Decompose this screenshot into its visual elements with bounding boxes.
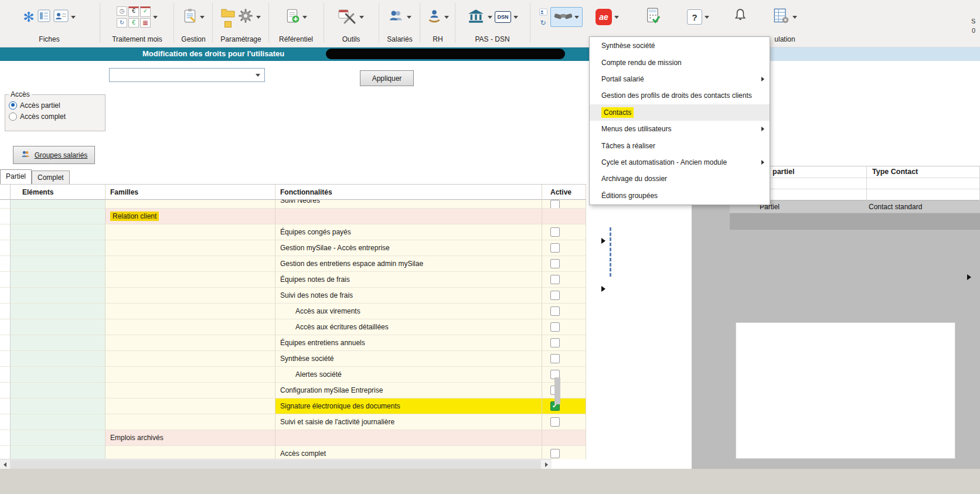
menu-item[interactable]: Éditions groupées (590, 188, 770, 204)
table-row[interactable]: Accès aux virements (0, 304, 586, 319)
table-row[interactable]: Accès complet (0, 446, 586, 459)
table-row[interactable]: Gestion des entretiens espace admin mySi… (0, 256, 586, 272)
dsn-icon[interactable]: DSN (495, 11, 511, 23)
snowflake-icon[interactable]: ✻ (23, 11, 34, 24)
clipboard-icon[interactable] (182, 8, 198, 26)
help-dropdown-arrow[interactable] (705, 16, 709, 19)
calculator-check-icon[interactable] (645, 8, 661, 26)
fiches-dropdown-arrow[interactable] (71, 16, 76, 19)
menu-item[interactable]: Synthèse société (590, 38, 770, 54)
calendar-check-icon[interactable]: ✓ (140, 6, 151, 17)
pas-dropdown-arrow[interactable] (488, 16, 492, 19)
contacts-menu-button[interactable] (550, 7, 583, 27)
table-row[interactable]: Suivi des notes de frais (0, 288, 586, 304)
active-checkbox[interactable] (550, 275, 560, 284)
table-row[interactable]: Emplois archivés (0, 430, 586, 446)
table-row[interactable]: Équipes congés payés (0, 224, 586, 240)
table-row[interactable]: Accès aux écritures détaillées (0, 319, 586, 335)
table-row[interactable]: Alertes société (0, 367, 586, 383)
active-checkbox[interactable] (550, 449, 560, 458)
euro-sync-icon[interactable]: € (128, 18, 139, 28)
user-combobox[interactable] (109, 68, 265, 82)
outils-dropdown-arrow[interactable] (359, 16, 364, 19)
table-row[interactable]: Équipes entretiens annuels (0, 335, 586, 351)
calendar-tools-icon[interactable] (338, 7, 357, 27)
gestion-dropdown-arrow[interactable] (200, 16, 205, 19)
table-row[interactable]: Gestion mySilae - Accès entreprise (0, 240, 586, 256)
table-row[interactable]: Équipes notes de frais (0, 272, 586, 288)
employee-sync-icon[interactable]: ↻ (117, 18, 127, 28)
access-option-row[interactable]: Accès partiel (9, 100, 101, 111)
expand-arrow-icon[interactable] (601, 286, 605, 292)
menu-item[interactable]: Contacts (590, 104, 770, 121)
apply-button[interactable]: Appliquer (360, 70, 414, 86)
active-checkbox[interactable] (550, 338, 560, 347)
active-checkbox[interactable] (550, 259, 560, 268)
row-selector-cell (0, 319, 11, 335)
menu-item[interactable]: Tâches à réaliser (590, 137, 770, 154)
bank-icon[interactable] (467, 8, 485, 26)
active-checkbox[interactable] (550, 227, 560, 237)
calendar-euro-icon[interactable]: € (128, 6, 139, 17)
menu-item[interactable]: Gestion des profils de droits des contac… (590, 87, 770, 104)
referentiel-dropdown-arrow[interactable] (302, 16, 307, 19)
active-checkbox[interactable] (550, 354, 560, 363)
scroll-right-button[interactable] (542, 459, 552, 469)
contact-sync-icon[interactable]: ↻ (540, 19, 546, 26)
tab[interactable]: Complet (32, 171, 70, 184)
groupes-salaries-button[interactable]: Groupes salariés (13, 146, 95, 164)
menu-item[interactable]: Archivage du dossier (590, 171, 770, 187)
calendar-grid-icon[interactable]: ▦ (140, 18, 151, 28)
company-card-icon[interactable] (37, 9, 51, 25)
radio-icon[interactable] (9, 101, 17, 110)
employees-icon[interactable] (388, 8, 404, 26)
table-row[interactable]: Synthèse société (0, 351, 586, 367)
table-row[interactable]: Suivi et saisie de l'activité journalièr… (0, 414, 586, 430)
simulation-dropdown-arrow[interactable] (792, 16, 797, 19)
mysilae-dropdown-arrow[interactable] (614, 16, 619, 19)
horizontal-scrollbar[interactable] (0, 459, 552, 469)
expand-arrow-icon[interactable] (967, 274, 971, 280)
active-checkbox[interactable] (550, 322, 560, 332)
salaries-dropdown-arrow[interactable] (407, 16, 411, 19)
parametrage-dropdown-arrow[interactable] (256, 16, 261, 19)
document-add-icon[interactable] (285, 8, 300, 26)
access-option-row[interactable]: Accès complet (9, 111, 101, 122)
menu-item[interactable]: Compte rendu de mission (590, 54, 770, 70)
bell-icon[interactable] (733, 8, 748, 26)
table-row[interactable]: Relation client (0, 209, 586, 224)
rh-dropdown-arrow[interactable] (444, 16, 449, 19)
row-selector-cell (0, 256, 11, 272)
menu-item[interactable]: Portail salarié (590, 71, 770, 87)
folder-badge-icon[interactable] (224, 21, 232, 28)
simulation-sheet-icon[interactable] (773, 8, 790, 26)
clock-calendar-icon[interactable]: ◷ (117, 6, 127, 16)
panel-splitter-handle[interactable] (610, 227, 611, 277)
menu-item[interactable]: Menus des utilisateurs (590, 121, 770, 137)
active-checkbox[interactable] (550, 417, 560, 427)
person-hand-icon[interactable] (427, 8, 442, 26)
radio-icon[interactable] (9, 113, 17, 121)
fonctionnalite-label: Gestion des entretiens espace admin mySi… (280, 260, 423, 268)
scroll-left-button[interactable] (0, 459, 10, 469)
active-checkbox[interactable] (550, 243, 560, 253)
help-icon[interactable]: ? (687, 9, 702, 25)
horizontal-scrollbar-thumb[interactable] (10, 460, 541, 469)
expand-arrow-icon[interactable] (601, 238, 605, 244)
tab[interactable]: Partiel (0, 169, 32, 184)
active-checkbox[interactable] (550, 306, 560, 316)
mysilae-icon[interactable]: ae (596, 9, 612, 25)
contact-card-icon[interactable] (539, 8, 548, 18)
person-card-icon[interactable] (53, 9, 69, 25)
active-checkbox[interactable] (550, 200, 560, 209)
folder-icon[interactable] (221, 7, 235, 20)
dsn-dropdown-arrow[interactable] (513, 16, 518, 19)
table-row[interactable]: Suivi Neores (0, 200, 586, 209)
vertical-scrollbar-thumb[interactable] (554, 377, 560, 404)
table-row[interactable]: Configuration mySilae Entreprise (0, 383, 586, 398)
active-checkbox[interactable] (550, 291, 560, 300)
menu-item[interactable]: Cycle et automatisation - Ancien module (590, 154, 770, 171)
traitement-dropdown-arrow[interactable] (153, 16, 158, 19)
gear-icon[interactable] (237, 8, 254, 26)
table-row[interactable]: Signature électronique des documents (0, 398, 586, 414)
